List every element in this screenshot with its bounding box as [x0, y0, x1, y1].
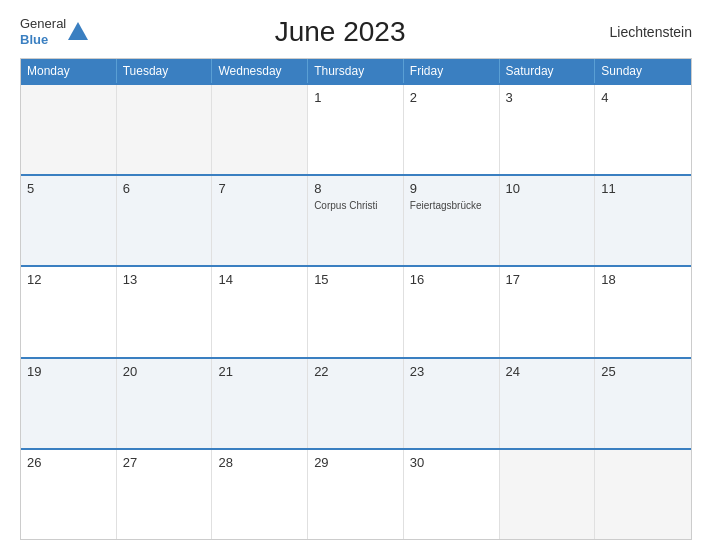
- day-cell: [595, 450, 691, 539]
- day-number: 10: [506, 181, 589, 196]
- day-number: 27: [123, 455, 206, 470]
- day-cell: 25: [595, 359, 691, 448]
- logo-triangle-icon: [68, 22, 88, 40]
- month-title: June 2023: [88, 16, 592, 48]
- day-number: 24: [506, 364, 589, 379]
- week-row-2: 5678Corpus Christi9Feiertagsbrücke1011: [21, 174, 691, 265]
- day-cell: [117, 85, 213, 174]
- day-cell: 6: [117, 176, 213, 265]
- day-cell: 28: [212, 450, 308, 539]
- day-cell: 16: [404, 267, 500, 356]
- day-number: 6: [123, 181, 206, 196]
- day-cell: [212, 85, 308, 174]
- day-cell: 1: [308, 85, 404, 174]
- day-header-thursday: Thursday: [308, 59, 404, 83]
- day-cell: 27: [117, 450, 213, 539]
- day-number: 17: [506, 272, 589, 287]
- calendar: MondayTuesdayWednesdayThursdayFridaySatu…: [20, 58, 692, 540]
- day-cell: 8Corpus Christi: [308, 176, 404, 265]
- day-cell: 15: [308, 267, 404, 356]
- day-number: 25: [601, 364, 685, 379]
- day-cell: 21: [212, 359, 308, 448]
- day-cell: 5: [21, 176, 117, 265]
- day-number: 4: [601, 90, 685, 105]
- day-cell: 12: [21, 267, 117, 356]
- day-cell: 17: [500, 267, 596, 356]
- day-cell: [21, 85, 117, 174]
- day-number: 28: [218, 455, 301, 470]
- event-label: Corpus Christi: [314, 199, 397, 212]
- week-row-1: 1234: [21, 83, 691, 174]
- day-header-friday: Friday: [404, 59, 500, 83]
- day-header-tuesday: Tuesday: [117, 59, 213, 83]
- day-number: 22: [314, 364, 397, 379]
- day-cell: 23: [404, 359, 500, 448]
- day-number: 15: [314, 272, 397, 287]
- day-cell: 7: [212, 176, 308, 265]
- day-number: 11: [601, 181, 685, 196]
- header: General Blue June 2023 Liechtenstein: [20, 16, 692, 48]
- day-number: 3: [506, 90, 589, 105]
- day-number: 26: [27, 455, 110, 470]
- event-label: Feiertagsbrücke: [410, 199, 493, 212]
- day-cell: 26: [21, 450, 117, 539]
- day-number: 23: [410, 364, 493, 379]
- day-cell: 22: [308, 359, 404, 448]
- day-number: 8: [314, 181, 397, 196]
- day-number: 29: [314, 455, 397, 470]
- day-number: 1: [314, 90, 397, 105]
- week-row-3: 12131415161718: [21, 265, 691, 356]
- page: General Blue June 2023 Liechtenstein Mon…: [0, 0, 712, 550]
- logo-text: General Blue: [20, 16, 66, 47]
- day-number: 20: [123, 364, 206, 379]
- week-row-4: 19202122232425: [21, 357, 691, 448]
- weeks-container: 12345678Corpus Christi9Feiertagsbrücke10…: [21, 83, 691, 539]
- day-cell: 3: [500, 85, 596, 174]
- day-number: 16: [410, 272, 493, 287]
- logo-blue: Blue: [20, 32, 66, 48]
- day-cell: 4: [595, 85, 691, 174]
- day-number: 7: [218, 181, 301, 196]
- day-cell: 29: [308, 450, 404, 539]
- day-cell: 9Feiertagsbrücke: [404, 176, 500, 265]
- week-row-5: 2627282930: [21, 448, 691, 539]
- logo: General Blue: [20, 16, 88, 47]
- country-label: Liechtenstein: [592, 24, 692, 40]
- day-cell: 19: [21, 359, 117, 448]
- day-cell: 18: [595, 267, 691, 356]
- day-header-sunday: Sunday: [595, 59, 691, 83]
- day-cell: 11: [595, 176, 691, 265]
- day-number: 9: [410, 181, 493, 196]
- day-number: 19: [27, 364, 110, 379]
- day-header-wednesday: Wednesday: [212, 59, 308, 83]
- day-number: 21: [218, 364, 301, 379]
- day-cell: 24: [500, 359, 596, 448]
- day-cell: 13: [117, 267, 213, 356]
- day-number: 2: [410, 90, 493, 105]
- day-cell: [500, 450, 596, 539]
- day-number: 5: [27, 181, 110, 196]
- day-header-saturday: Saturday: [500, 59, 596, 83]
- day-cell: 20: [117, 359, 213, 448]
- logo-general: General: [20, 16, 66, 32]
- day-header-monday: Monday: [21, 59, 117, 83]
- day-cell: 14: [212, 267, 308, 356]
- day-cell: 2: [404, 85, 500, 174]
- day-number: 18: [601, 272, 685, 287]
- day-number: 12: [27, 272, 110, 287]
- day-cell: 10: [500, 176, 596, 265]
- day-number: 14: [218, 272, 301, 287]
- day-number: 13: [123, 272, 206, 287]
- day-headers: MondayTuesdayWednesdayThursdayFridaySatu…: [21, 59, 691, 83]
- day-cell: 30: [404, 450, 500, 539]
- day-number: 30: [410, 455, 493, 470]
